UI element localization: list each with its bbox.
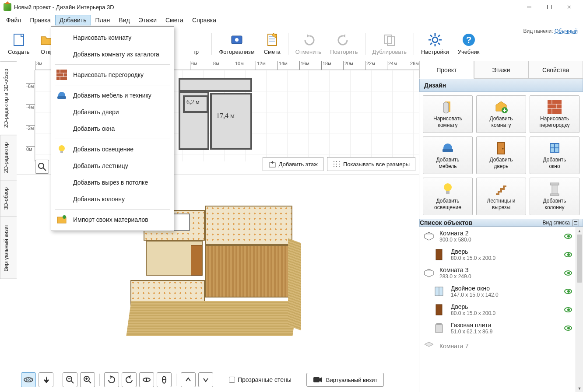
- svg-line-57: [89, 381, 91, 383]
- design-add-lighting[interactable]: Добавитьосвещение: [423, 178, 473, 215]
- floor-plan[interactable]: 6,2 м 17,4 м: [179, 78, 253, 150]
- scroll-thumb[interactable]: [577, 234, 582, 283]
- rotate-cw-button[interactable]: [122, 372, 137, 387]
- dd-add-doors[interactable]: Добавить двери: [51, 104, 174, 120]
- scrollbar[interactable]: ▲ ▼: [576, 227, 583, 392]
- dd-add-lighting[interactable]: Добавить освещение: [51, 141, 174, 158]
- panel-mode-link[interactable]: Обычный: [555, 28, 578, 34]
- design-draw-room[interactable]: Нарисоватькомнату: [423, 95, 473, 133]
- svg-line-19: [438, 43, 440, 45]
- dd-add-windows[interactable]: Добавить окна: [51, 120, 174, 137]
- dd-add-stairs[interactable]: Добавить лестницу: [51, 158, 174, 174]
- vtab-2d-3d[interactable]: 2D-редактор и 3D-обзор: [0, 61, 17, 135]
- design-add-column[interactable]: Добавитьколонну: [530, 178, 579, 215]
- toolbar-redo[interactable]: Повторить: [326, 30, 362, 57]
- design-add-furniture[interactable]: Добавитьмебель: [423, 136, 473, 174]
- zoom-in-button[interactable]: [80, 372, 95, 387]
- toolbar-help[interactable]: ?Учебник: [453, 30, 484, 57]
- svg-point-46: [334, 166, 334, 167]
- dd-draw-wall[interactable]: Нарисовать перегородку: [51, 66, 174, 83]
- list-item[interactable]: Дверь80.0 x 15.0 x 200.0: [419, 245, 576, 264]
- virtual-visit-button[interactable]: Виртуальный визит: [306, 373, 384, 387]
- vtab-virtual[interactable]: Виртуальный визит: [0, 217, 17, 279]
- svg-marker-63: [320, 377, 322, 382]
- visibility-icon[interactable]: [564, 326, 572, 331]
- menu-edit[interactable]: Правка: [25, 15, 55, 25]
- add-floor-button[interactable]: Добавить этаж: [263, 157, 323, 171]
- rotate-ccw-button[interactable]: [104, 372, 119, 387]
- svg-rect-4: [14, 34, 24, 46]
- menu-view[interactable]: Вид: [114, 15, 134, 25]
- list-item[interactable]: Комната 3283.0 x 249.0: [419, 264, 576, 282]
- tab-properties[interactable]: Свойства: [528, 61, 583, 79]
- toolbar-separator: [211, 33, 212, 55]
- list-item[interactable]: Двойное окно147.0 x 15.0 x 142.0: [419, 282, 576, 301]
- toolbar-photoreal[interactable]: Фотореализм: [214, 30, 259, 57]
- toolbar-create[interactable]: Создать: [4, 30, 34, 57]
- list-item[interactable]: Газовая плита51.0 x 62.1 x 86.9: [419, 319, 576, 337]
- visibility-icon[interactable]: [564, 307, 572, 312]
- maximize-button[interactable]: [539, 0, 559, 14]
- tilt-down-button[interactable]: [139, 372, 154, 387]
- visibility-icon[interactable]: [564, 270, 572, 276]
- vtab-3d[interactable]: 3D-обзор: [0, 180, 17, 217]
- zoom-tool[interactable]: [35, 160, 49, 174]
- svg-rect-83: [550, 183, 559, 185]
- dd-add-furniture[interactable]: Добавить мебель и технику: [51, 87, 174, 104]
- close-button[interactable]: [559, 0, 579, 14]
- design-add-door[interactable]: Добавитьдверь: [476, 136, 526, 174]
- toolbar-settings[interactable]: Настройки: [417, 30, 453, 57]
- zoom-out-button[interactable]: [63, 372, 77, 387]
- visibility-icon[interactable]: [564, 252, 572, 257]
- rotate-360-button[interactable]: 360: [21, 372, 36, 387]
- design-stairs[interactable]: Лестницы ивырезы: [476, 178, 526, 215]
- dd-add-cutout[interactable]: Добавить вырез в потолке: [51, 174, 174, 191]
- dd-separator: [55, 64, 170, 65]
- menu-file[interactable]: Файл: [2, 15, 25, 25]
- vtab-2d[interactable]: 2D-редактор: [0, 135, 17, 180]
- toolbar-undo[interactable]: Отменить: [291, 30, 326, 57]
- menu-help[interactable]: Справка: [188, 15, 221, 25]
- list-item[interactable]: Дверь80.0 x 15.0 x 200.0: [419, 301, 576, 319]
- menu-budget[interactable]: Смета: [161, 15, 188, 25]
- dd-add-column[interactable]: Добавить колонну: [51, 191, 174, 207]
- dd-draw-room[interactable]: Нарисовать комнату: [51, 29, 174, 46]
- menu-floors[interactable]: Этажи: [134, 15, 161, 25]
- design-add-room[interactable]: Добавитькомнату: [476, 95, 526, 133]
- objlist-view-link[interactable]: Вид списка: [543, 220, 570, 226]
- arrow-down-button[interactable]: [198, 372, 213, 387]
- design-draw-wall[interactable]: Нарисоватьперегородку: [530, 95, 579, 133]
- list-item[interactable]: Комната 2300.0 x 580.0: [419, 227, 576, 245]
- list-view-icon[interactable]: ☰: [572, 220, 579, 226]
- dd-import-materials[interactable]: Импорт своих материалов: [51, 211, 174, 228]
- scroll-up-icon[interactable]: ▲: [576, 227, 583, 234]
- toolbar-budget[interactable]: Смета: [259, 30, 285, 57]
- dd-catalog-room[interactable]: Добавить комнату из каталога: [51, 46, 174, 63]
- list-item[interactable]: Комната 7: [419, 337, 576, 355]
- svg-line-18: [430, 35, 432, 37]
- arrow-up-button[interactable]: [181, 372, 196, 387]
- minimize-button[interactable]: [519, 0, 539, 14]
- scroll-down-icon[interactable]: ▼: [576, 385, 583, 392]
- menu-plan[interactable]: План: [91, 15, 115, 25]
- svg-rect-84: [550, 194, 559, 196]
- svg-point-44: [336, 164, 337, 164]
- tab-floors[interactable]: Этажи: [474, 61, 529, 79]
- tab-project[interactable]: Проект: [419, 61, 474, 79]
- window-title: Новый проект - Дизайн Интерьера 3D: [14, 4, 519, 10]
- design-add-window[interactable]: Добавитьокно: [530, 136, 579, 174]
- visibility-icon[interactable]: [564, 289, 572, 294]
- svg-rect-82: [552, 185, 557, 194]
- svg-rect-32: [60, 151, 63, 153]
- svg-rect-24: [56, 70, 67, 80]
- menu-add[interactable]: Добавить: [55, 15, 91, 25]
- design-section-header: Дизайн: [419, 79, 583, 92]
- visibility-icon[interactable]: [564, 234, 572, 239]
- toolbar-hidden-item[interactable]: тр: [183, 30, 209, 57]
- camera-icon: [313, 376, 323, 383]
- tilt-up-button[interactable]: [157, 372, 172, 387]
- toolbar-duplicate[interactable]: Дублировать: [368, 30, 411, 57]
- pan-button[interactable]: [39, 372, 53, 387]
- transparent-walls-checkbox[interactable]: Прозрачные стены: [229, 376, 292, 383]
- show-dimensions-button[interactable]: Показывать все размеры: [327, 157, 415, 171]
